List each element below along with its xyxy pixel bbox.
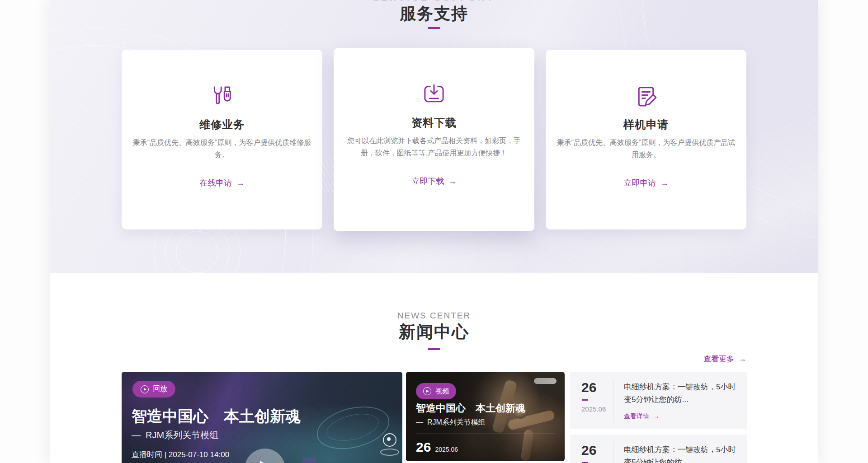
arrow-right-icon: → bbox=[236, 178, 245, 187]
map-pin-base bbox=[380, 449, 399, 456]
card-description: 您可以在此浏览并下载各式产品相关资料，如彩页，手册，软件，图纸等等,产品使用更加… bbox=[344, 135, 524, 159]
view-detail-link[interactable]: 查看详情→ bbox=[624, 412, 660, 421]
title-underline bbox=[428, 348, 440, 350]
arrow-right-icon: → bbox=[738, 354, 746, 363]
date-day: 26 bbox=[581, 443, 596, 458]
title-underline bbox=[428, 27, 440, 29]
play-icon bbox=[141, 385, 149, 393]
featured-subtitle: — RJM系列关节模组 bbox=[132, 429, 218, 441]
divider bbox=[416, 434, 555, 434]
news-title: 电细纱机方案：一键改纺，5小时变5分钟让您的纺... bbox=[624, 444, 739, 463]
news-center-section: NEWS CENTER 新闻中心 查看更多→ 回放 bbox=[50, 273, 818, 463]
wrench-screwdriver-icon bbox=[209, 84, 235, 109]
card-title: 样机申请 bbox=[546, 117, 746, 132]
news-list-item[interactable]: 26 2025.06 电细纱机方案：一键改纺，5小时变5分钟让您的纺... 查看… bbox=[570, 372, 747, 429]
download-now-link[interactable]: 立即下载→ bbox=[334, 176, 534, 187]
date-month: 2025.06 bbox=[581, 405, 606, 413]
date-day: 26 bbox=[416, 440, 431, 454]
service-support-section: SERVICE SUPPORT 服务支持 维修业务 秉承“品质优先、高效服务”原… bbox=[50, 0, 818, 273]
online-apply-link[interactable]: 在线申请→ bbox=[122, 178, 322, 188]
card-title: 维修业务 bbox=[122, 117, 322, 132]
map-pin-icon bbox=[383, 433, 396, 447]
content-container: SERVICE SUPPORT 服务支持 维修业务 秉承“品质优先、高效服务”原… bbox=[50, 0, 818, 463]
video-date: 262025.06 bbox=[416, 440, 458, 455]
featured-title: 智造中国心 本土创新魂 bbox=[132, 406, 301, 427]
service-card-download[interactable]: 资料下载 您可以在此浏览并下载各式产品相关资料，如彩页，手册，软件，图纸等等,产… bbox=[334, 48, 534, 231]
replay-badge: 回放 bbox=[132, 381, 175, 398]
card-description: 秉承“品质优先、高效服务”原则，为客户提供优质维修服务。 bbox=[132, 136, 312, 161]
date-underline bbox=[582, 399, 588, 401]
section-title: 服务支持 bbox=[50, 3, 818, 25]
document-edit-icon bbox=[633, 84, 659, 109]
service-card-sample[interactable]: 样机申请 秉承“品质优先、高效服务”原则，为客户提供优质产品试用服务。 立即申请… bbox=[546, 50, 746, 229]
date-day: 26 bbox=[581, 380, 596, 395]
section-title: 新闻中心 bbox=[50, 321, 818, 343]
arrow-right-icon: → bbox=[653, 412, 660, 420]
service-card-repair[interactable]: 维修业务 秉承“品质优先、高效服务”原则，为客户提供优质维修服务。 在线申请→ bbox=[122, 50, 322, 229]
date-month: 2025.06 bbox=[435, 446, 458, 453]
video-subtitle: — RJM系列关节模组 bbox=[416, 418, 486, 427]
divider bbox=[613, 379, 613, 422]
apply-now-link[interactable]: 立即申请→ bbox=[546, 178, 746, 188]
video-title: 智造中国心 本土创新魂 bbox=[416, 402, 525, 415]
arrow-right-icon: → bbox=[660, 178, 669, 187]
section-eyebrow: NEWS CENTER bbox=[50, 311, 818, 321]
news-list-item[interactable]: 26 2025.06 电细纱机方案：一键改纺，5小时变5分钟让您的纺... 查看… bbox=[570, 435, 747, 463]
video-news-card[interactable]: 视频 智造中国心 本土创新魂 — RJM系列关节模组 262025.06 bbox=[406, 372, 565, 461]
video-badge: 视频 bbox=[416, 383, 456, 399]
news-title: 电细纱机方案：一键改纺，5小时变5分钟让您的纺... bbox=[624, 381, 739, 406]
play-icon bbox=[423, 387, 431, 395]
live-time-label: 直播时间 | 2025-07-10 14:00 bbox=[132, 449, 229, 460]
divider bbox=[613, 442, 613, 463]
featured-news-card[interactable]: 回放 智造中国心 本土创新魂 — RJM系列关节模组 直播时间 | 2025-0… bbox=[122, 372, 402, 463]
card-title: 资料下载 bbox=[334, 116, 534, 130]
view-more-link[interactable]: 查看更多→ bbox=[703, 354, 746, 364]
homepage: SERVICE SUPPORT 服务支持 维修业务 秉承“品质优先、高效服务”原… bbox=[0, 0, 868, 463]
card-description: 秉承“品质优先、高效服务”原则，为客户提供优质产品试用服务。 bbox=[556, 136, 736, 161]
download-icon bbox=[421, 82, 447, 108]
arrow-right-icon: → bbox=[448, 177, 457, 186]
